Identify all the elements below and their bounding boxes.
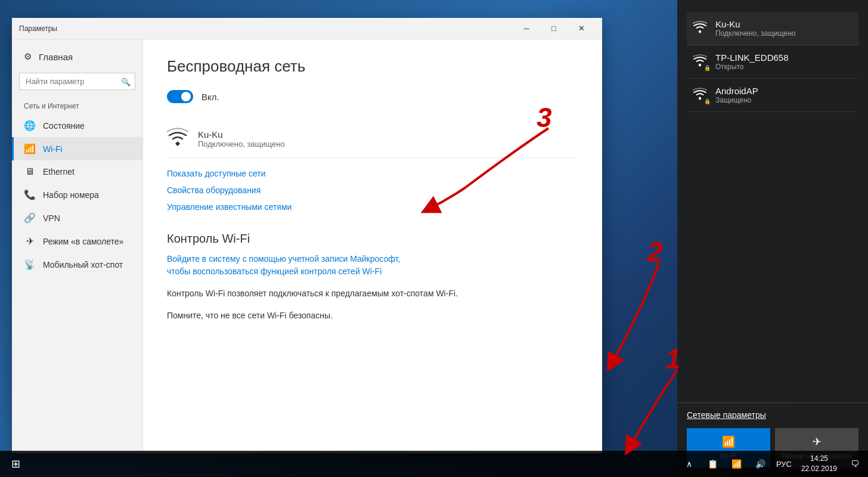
taskbar-language[interactable]: РУС bbox=[774, 460, 794, 469]
adapter-props-button[interactable]: Свойства оборудования bbox=[167, 182, 261, 199]
flyout-net-status: Подключено, защищено bbox=[715, 29, 796, 38]
sidebar-home[interactable]: ⚙ Главная bbox=[12, 45, 142, 68]
page-title: Беспроводная сеть bbox=[167, 57, 578, 76]
window-body: ⚙ Главная 🔍 Сеть и Интернет 🌐 Состояние … bbox=[12, 39, 602, 453]
taskbar-right: ∧ 📋 📶 🔊 РУС 14:25 22.02.2019 🗨 bbox=[678, 452, 866, 476]
settings-window: Параметры ─ □ ✕ ⚙ Главная 🔍 Сеть и Интер… bbox=[12, 18, 602, 453]
sidebar-item-label: VPN bbox=[43, 213, 60, 223]
flyout-net-status: Открыто bbox=[715, 63, 789, 71]
flyout-net-name: AndroidAP bbox=[715, 86, 758, 96]
sidebar-item-label: Режим «в самолете» bbox=[43, 237, 123, 246]
wifi-toggle[interactable] bbox=[167, 90, 193, 103]
minimize-button[interactable]: ─ bbox=[513, 19, 540, 38]
sidebar-item-label: Мобильный хот-спот bbox=[43, 260, 123, 270]
main-content: Беспроводная сеть Вкл. bbox=[143, 39, 602, 453]
tray-expand-icon[interactable]: ∧ bbox=[678, 452, 700, 476]
window-controls: ─ □ ✕ bbox=[513, 19, 595, 38]
taskbar: ⊞ ∧ 📋 📶 🔊 РУС 14:25 22.02.2019 🗨 bbox=[0, 451, 868, 477]
sidebar-item-label: Набор номера bbox=[43, 190, 99, 200]
flyout-net-info-android: AndroidAP Защищено bbox=[715, 86, 758, 104]
sidebar: ⚙ Главная 🔍 Сеть и Интернет 🌐 Состояние … bbox=[12, 39, 143, 453]
desktop: Параметры ─ □ ✕ ⚙ Главная 🔍 Сеть и Интер… bbox=[0, 0, 868, 477]
svg-text:2: 2 bbox=[647, 236, 663, 267]
manage-networks-button[interactable]: Управление известными сетями bbox=[167, 199, 292, 215]
flyout-network-kuku[interactable]: Ku-Ku Подключено, защищено bbox=[687, 12, 858, 45]
sidebar-search-container: 🔍 bbox=[19, 73, 135, 90]
sidebar-item-label: Состояние bbox=[43, 121, 85, 131]
network-name: Ku-Ku bbox=[198, 129, 285, 140]
flyout-net-name: Ku-Ku bbox=[715, 19, 796, 29]
flyout-network-tplink[interactable]: 🔒 TP-LINK_EDD658 Открыто bbox=[687, 45, 858, 79]
wifi-control-description: Контроль Wi-Fi позволяет подключаться к … bbox=[167, 287, 578, 300]
gear-icon: ⚙ bbox=[24, 51, 32, 62]
airplane-tile-icon: ✈ bbox=[813, 435, 822, 448]
taskbar-left: ⊞ bbox=[2, 451, 29, 477]
sidebar-item-label: Wi-Fi bbox=[43, 144, 63, 154]
taskbar-clock[interactable]: 14:25 22.02.2019 bbox=[796, 454, 842, 474]
sidebar-item-wifi[interactable]: 📶 Wi-Fi bbox=[12, 137, 142, 160]
wifi-secured-icon: 🔒 bbox=[692, 54, 708, 70]
wifi-signal-icon bbox=[167, 127, 188, 150]
show-networks-button[interactable]: Показать доступные сети bbox=[167, 165, 266, 182]
notification-icon[interactable]: 🗨 bbox=[844, 452, 866, 476]
tray-wifi-icon[interactable]: 📶 bbox=[726, 452, 748, 476]
wifi-toggle-row: Вкл. bbox=[167, 90, 578, 103]
flyout-net-name: TP-LINK_EDD658 bbox=[715, 52, 789, 63]
search-input[interactable] bbox=[19, 73, 135, 90]
wifi-control-title: Контроль Wi-Fi bbox=[167, 232, 578, 246]
wifi-connected-icon bbox=[692, 20, 708, 36]
window-title: Параметры bbox=[19, 24, 57, 33]
tray-clipboard-icon[interactable]: 📋 bbox=[702, 452, 724, 476]
flyout-net-status: Защищено bbox=[715, 96, 758, 104]
wifi-security-notice: Помните, что не все сети Wi-Fi безопасны… bbox=[167, 309, 578, 322]
flyout-net-info-kuku: Ku-Ku Подключено, защищено bbox=[715, 19, 796, 38]
globe-icon: 🌐 bbox=[24, 120, 36, 131]
sidebar-item-ethernet[interactable]: 🖥 Ethernet bbox=[12, 160, 142, 183]
network-settings-link[interactable]: Сетевые параметры bbox=[687, 410, 858, 420]
wifi-icon: 📶 bbox=[24, 143, 36, 154]
tray-volume-icon[interactable]: 🔊 bbox=[750, 452, 771, 476]
sidebar-section-label: Сеть и Интернет bbox=[12, 95, 142, 114]
network-info: Ku-Ku Подключено, защищено bbox=[198, 129, 285, 148]
vpn-icon: 🔗 bbox=[24, 212, 36, 224]
connected-network-card: Ku-Ku Подключено, защищено bbox=[167, 120, 578, 158]
flyout-network-androidap[interactable]: 🔒 AndroidAP Защищено bbox=[687, 79, 858, 112]
taskbar-date: 22.02.2019 bbox=[801, 464, 837, 474]
maximize-button[interactable]: □ bbox=[540, 19, 568, 38]
sidebar-item-airplane[interactable]: ✈ Режим «в самолете» bbox=[12, 230, 142, 253]
home-label: Главная bbox=[39, 52, 73, 62]
sidebar-item-hotspot[interactable]: 📡 Мобильный хот-спот bbox=[12, 253, 142, 276]
search-icon: 🔍 bbox=[121, 77, 131, 86]
titlebar: Параметры ─ □ ✕ bbox=[12, 18, 602, 39]
close-button[interactable]: ✕ bbox=[568, 19, 595, 38]
wifi-android-icon: 🔒 bbox=[692, 87, 708, 103]
sidebar-item-vpn[interactable]: 🔗 VPN bbox=[12, 206, 142, 230]
airplane-icon: ✈ bbox=[24, 236, 36, 247]
ethernet-icon: 🖥 bbox=[24, 166, 36, 177]
flyout-net-info-tplink: TP-LINK_EDD658 Открыто bbox=[715, 52, 789, 71]
start-button[interactable]: ⊞ bbox=[2, 451, 29, 477]
taskbar-time: 14:25 bbox=[801, 454, 837, 464]
phone-icon: 📞 bbox=[24, 189, 36, 200]
flyout-networks-list: Ku-Ku Подключено, защищено 🔒 TP-LINK_ bbox=[677, 0, 868, 402]
hotspot-icon: 📡 bbox=[24, 259, 36, 270]
wifi-tile-icon: 📶 bbox=[722, 435, 735, 448]
sidebar-item-status[interactable]: 🌐 Состояние bbox=[12, 114, 142, 137]
wifi-control-link[interactable]: Войдите в систему с помощью учетной запи… bbox=[167, 253, 578, 278]
network-status: Подключено, защищено bbox=[198, 140, 285, 148]
sidebar-item-dialup[interactable]: 📞 Набор номера bbox=[12, 183, 142, 206]
network-flyout: Ku-Ku Подключено, защищено 🔒 TP-LINK_ bbox=[677, 0, 868, 477]
sidebar-item-label: Ethernet bbox=[43, 167, 75, 176]
toggle-label: Вкл. bbox=[202, 92, 219, 102]
